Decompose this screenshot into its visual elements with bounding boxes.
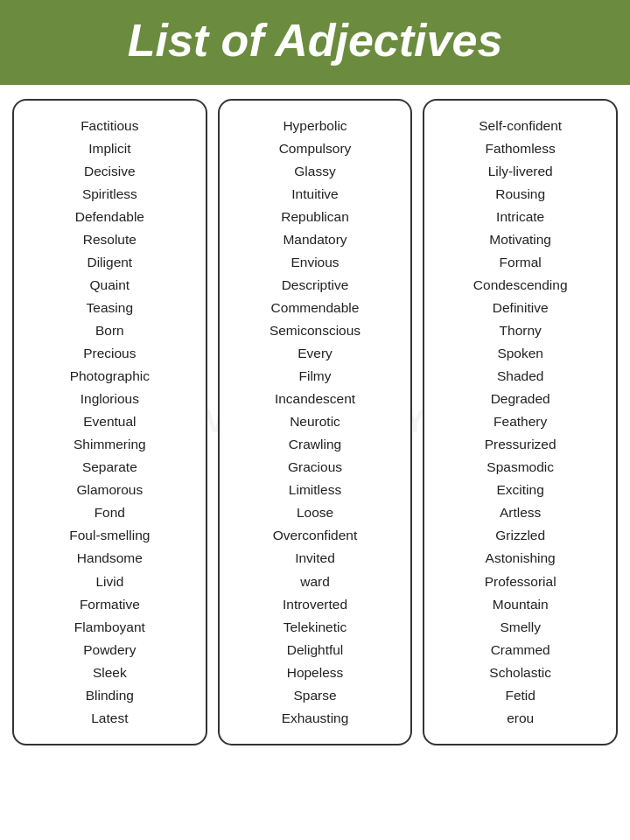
list-item: Definitive bbox=[493, 297, 549, 319]
list-item: Intricate bbox=[496, 206, 544, 228]
list-item: Formative bbox=[80, 593, 140, 616]
list-item: ward bbox=[300, 570, 330, 593]
list-item: Shimmering bbox=[74, 433, 146, 456]
list-item: Photographic bbox=[70, 365, 150, 388]
list-item: Fathomless bbox=[486, 137, 556, 160]
list-item: Envious bbox=[290, 251, 339, 274]
list-item: Degraded bbox=[491, 388, 550, 410]
list-item: Exciting bbox=[497, 479, 544, 501]
list-item: Mountain bbox=[493, 593, 549, 616]
list-item: Born bbox=[95, 319, 124, 342]
list-item: Invited bbox=[295, 547, 335, 570]
list-item: Loose bbox=[297, 501, 333, 524]
list-item: Fond bbox=[94, 501, 125, 524]
list-item: Exhausting bbox=[282, 707, 349, 730]
list-item: Crammed bbox=[491, 639, 550, 662]
list-item: Overconfident bbox=[273, 524, 358, 547]
list-item: Astonishing bbox=[486, 547, 556, 570]
list-item: Descriptive bbox=[282, 274, 349, 297]
column-2: HyperbolicCompulsoryGlassyIntuitiveRepub… bbox=[218, 99, 413, 745]
list-item: Intuitive bbox=[291, 183, 338, 206]
list-item: Hopeless bbox=[287, 662, 344, 684]
list-item: Feathery bbox=[494, 410, 547, 433]
list-item: Neurotic bbox=[290, 410, 340, 433]
list-item: Self-confident bbox=[479, 115, 562, 137]
list-item: Pressurized bbox=[485, 433, 556, 456]
list-item: Flamboyant bbox=[74, 616, 145, 639]
list-item: Shaded bbox=[497, 365, 543, 388]
list-item: Quaint bbox=[90, 274, 130, 297]
list-item: Separate bbox=[82, 456, 137, 479]
list-item: Defendable bbox=[75, 206, 144, 228]
list-item: Grizzled bbox=[495, 524, 545, 547]
list-item: Spoken bbox=[497, 342, 543, 365]
list-item: Spasmodic bbox=[486, 456, 554, 479]
content-area: VOCABULARY FactitiousImplicitDecisiveSpi… bbox=[0, 85, 630, 759]
list-item: Sparse bbox=[293, 684, 336, 707]
list-item: Incandescent bbox=[275, 388, 355, 410]
column-3: Self-confidentFathomlessLily-liveredRous… bbox=[423, 99, 618, 745]
list-item: Semiconscious bbox=[270, 319, 360, 342]
list-item: Resolute bbox=[83, 228, 136, 251]
list-item: Implicit bbox=[88, 137, 130, 160]
list-item: Introverted bbox=[283, 593, 347, 616]
list-item: Compulsory bbox=[279, 137, 352, 160]
list-item: Thorny bbox=[500, 319, 542, 342]
list-item: Mandatory bbox=[283, 228, 346, 251]
list-item: Gracious bbox=[288, 456, 342, 479]
list-item: Filmy bbox=[298, 365, 331, 388]
list-item: Spiritless bbox=[82, 183, 137, 206]
list-item: Every bbox=[298, 342, 332, 365]
page-title: List of Adjectives bbox=[18, 16, 612, 66]
list-item: Handsome bbox=[77, 547, 143, 570]
list-item: Inglorious bbox=[80, 388, 139, 410]
page-header: List of Adjectives bbox=[0, 0, 630, 85]
list-item: Factitious bbox=[80, 115, 138, 137]
list-item: Commendable bbox=[271, 297, 360, 319]
column-1: FactitiousImplicitDecisiveSpiritlessDefe… bbox=[12, 99, 207, 745]
list-item: Blinding bbox=[86, 684, 134, 707]
list-item: Motivating bbox=[489, 228, 551, 251]
list-item: Scholastic bbox=[489, 662, 551, 684]
list-item: Livid bbox=[95, 570, 123, 593]
list-item: Sleek bbox=[93, 662, 127, 684]
list-item: Glamorous bbox=[76, 479, 143, 501]
list-item: Powdery bbox=[83, 639, 136, 662]
list-item: Teasing bbox=[87, 297, 133, 319]
list-item: erou bbox=[507, 707, 534, 730]
list-item: Precious bbox=[83, 342, 136, 365]
list-item: Latest bbox=[91, 707, 128, 730]
list-item: Telekinetic bbox=[284, 616, 346, 639]
list-item: Diligent bbox=[87, 251, 132, 274]
list-item: Crawling bbox=[289, 433, 341, 456]
list-item: Artless bbox=[500, 501, 541, 524]
list-item: Fetid bbox=[505, 684, 535, 707]
list-item: Decisive bbox=[84, 160, 136, 183]
list-item: Foul-smelling bbox=[69, 524, 150, 547]
list-item: Professorial bbox=[485, 570, 556, 593]
list-item: Formal bbox=[500, 251, 542, 274]
list-item: Hyperbolic bbox=[283, 115, 346, 137]
list-item: Republican bbox=[281, 206, 349, 228]
list-item: Eventual bbox=[83, 410, 136, 433]
list-item: Smelly bbox=[500, 616, 541, 639]
list-item: Glassy bbox=[294, 160, 335, 183]
list-item: Limitless bbox=[289, 479, 341, 501]
list-item: Condescending bbox=[473, 274, 568, 297]
list-item: Delightful bbox=[287, 639, 344, 662]
list-item: Lily-livered bbox=[488, 160, 553, 183]
list-item: Rousing bbox=[495, 183, 545, 206]
